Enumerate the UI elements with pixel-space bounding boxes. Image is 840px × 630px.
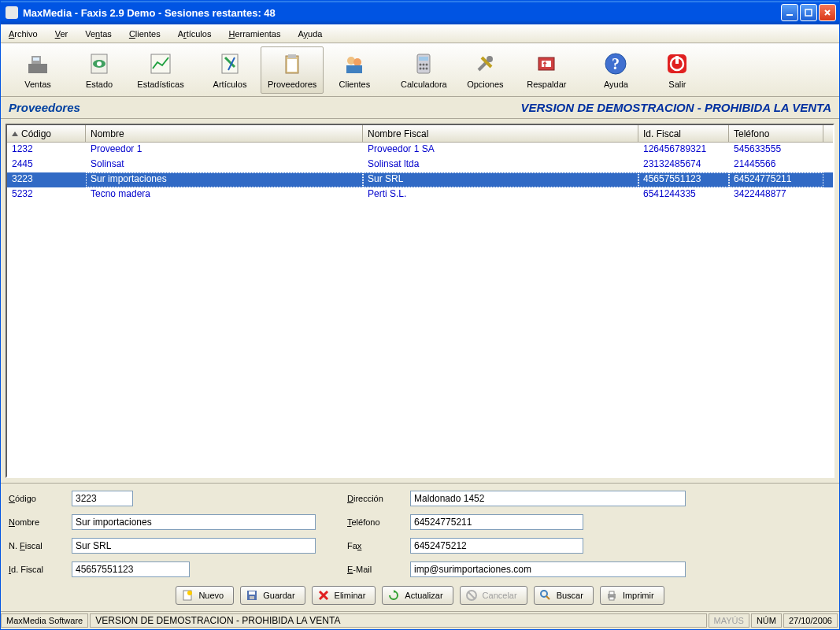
clipboard-icon (279, 51, 305, 76)
chart-icon (148, 51, 173, 76)
grid-body[interactable]: 1232Proveedor 1Proveedor 1 SA12645678932… (7, 143, 833, 476)
tb-calculadora[interactable]: Calculadora (393, 46, 454, 94)
input-codigo[interactable] (72, 491, 133, 506)
svg-rect-41 (609, 597, 614, 600)
svg-point-14 (353, 58, 361, 66)
cell-idfiscal: 6541244335 (638, 187, 729, 202)
svg-rect-15 (346, 65, 362, 73)
tb-ayuda[interactable]: ?Ayuda (585, 46, 646, 94)
backup-icon (534, 51, 559, 76)
svg-rect-40 (609, 591, 614, 595)
menu-ayuda[interactable]: Ayuda (294, 28, 325, 40)
table-row[interactable]: 2445SolinsatSolinsat ltda231324856742144… (7, 158, 833, 172)
window-title: MaxMedia - Faxis 2.9 Demo - Sesiones res… (23, 7, 781, 19)
tb-clientes[interactable]: Clientes (324, 46, 385, 94)
cell-idfiscal: 45657551123 (638, 172, 729, 187)
label-telefono: Teléfono (347, 517, 404, 527)
status-num: NÚM (751, 613, 782, 628)
grid-header: Código Nombre Nombre Fiscal Id. Fiscal T… (7, 125, 833, 143)
svg-point-20 (426, 63, 428, 65)
label-direccion: Dirección (347, 494, 404, 503)
tb-respaldar[interactable]: Respaldar (516, 46, 577, 94)
detail-form: Código Nombre N. Fiscal Id. Fiscal Direc… (1, 483, 839, 581)
btn-actualizar[interactable]: Actualizar (382, 586, 453, 605)
minimize-button[interactable] (781, 4, 798, 21)
input-telefono[interactable] (410, 514, 583, 530)
btn-guardar[interactable]: Guardar (240, 586, 305, 605)
cell-nombre: Solinsat (86, 158, 363, 172)
svg-rect-4 (33, 57, 39, 61)
close-button[interactable] (819, 4, 836, 21)
action-buttons: Nuevo Guardar Eliminar Actualizar Cancel… (1, 581, 839, 612)
svg-point-23 (426, 67, 428, 69)
status-demo: VERSION DE DEMOSTRACION - PROHIBIDA LA V… (90, 613, 706, 628)
section-title: Proveedores (9, 101, 80, 114)
data-grid: Código Nombre Nombre Fiscal Id. Fiscal T… (6, 124, 834, 478)
app-icon (6, 6, 18, 19)
cell-nombre: Tecno madera (86, 187, 363, 202)
col-idfiscal[interactable]: Id. Fiscal (638, 125, 729, 142)
btn-nuevo[interactable]: Nuevo (176, 586, 234, 605)
tools-icon (472, 51, 498, 76)
label-idfiscal: Id. Fiscal (9, 565, 65, 574)
tb-ventas[interactable]: Ventas (7, 46, 68, 94)
table-row[interactable]: 5232Tecno maderaPerti S.L.65412443353422… (7, 187, 833, 202)
help-icon: ? (603, 51, 628, 76)
cell-codigo: 3223 (7, 172, 86, 187)
col-telefono[interactable]: Teléfono (729, 125, 823, 142)
btn-cancelar[interactable]: Cancelar (460, 586, 527, 605)
input-email[interactable] (410, 561, 686, 577)
tb-articulos[interactable]: Artículos (199, 46, 261, 94)
cell-nombrefiscal: Perti S.L. (363, 187, 638, 202)
svg-text:?: ? (612, 55, 620, 72)
toolbar: Ventas Estado Estadísticas Artículos Pro… (1, 43, 839, 97)
section-header: Proveedores VERSION DE DEMOSTRACION - PR… (1, 97, 839, 119)
cell-nombrefiscal: Sur SRL (363, 172, 638, 187)
calculator-icon (411, 51, 436, 76)
svg-rect-2 (28, 64, 47, 73)
cell-nombrefiscal: Proveedor 1 SA (363, 143, 638, 158)
table-row[interactable]: 1232Proveedor 1Proveedor 1 SA12645678932… (7, 143, 833, 158)
input-nombre[interactable] (72, 514, 316, 530)
input-idfiscal[interactable] (72, 561, 190, 577)
status-date: 27/10/2006 (783, 613, 838, 628)
svg-rect-0 (786, 14, 793, 16)
svg-rect-36 (250, 596, 254, 599)
cancel-icon (465, 589, 478, 602)
col-nombrefiscal[interactable]: Nombre Fiscal (363, 125, 638, 142)
tb-opciones[interactable]: Opciones (454, 46, 516, 94)
label-fax: Fax (347, 541, 404, 550)
svg-point-22 (423, 67, 425, 69)
cell-telefono: 545633555 (729, 143, 823, 158)
btn-eliminar[interactable]: Eliminar (312, 586, 376, 605)
tb-estado[interactable]: Estado (68, 46, 130, 94)
menu-ver[interactable]: Ver (52, 28, 72, 40)
input-fax[interactable] (410, 538, 583, 554)
cell-codigo: 1232 (7, 143, 86, 158)
table-row[interactable]: 3223Sur importacionesSur SRL456575511236… (7, 172, 833, 187)
print-icon (605, 589, 618, 602)
cell-nombrefiscal: Solinsat ltda (363, 158, 638, 172)
input-nfiscal[interactable] (72, 538, 316, 554)
tb-proveedores[interactable]: Proveedores (261, 46, 324, 94)
status-mayus: MAYÚS (709, 613, 749, 628)
power-icon (664, 51, 690, 76)
menu-articulos[interactable]: Artículos (175, 28, 215, 40)
search-icon (539, 589, 552, 602)
col-nombre[interactable]: Nombre (86, 125, 363, 142)
svg-point-33 (187, 591, 192, 595)
menu-ventas[interactable]: Ventas (82, 28, 115, 40)
tb-salir[interactable]: Salir (646, 46, 708, 94)
btn-buscar[interactable]: Buscar (534, 586, 594, 605)
tb-estadisticas[interactable]: Estadísticas (130, 46, 191, 94)
btn-imprimir[interactable]: Imprimir (600, 586, 664, 605)
input-direccion[interactable] (410, 491, 686, 506)
cell-telefono: 64524775211 (729, 172, 823, 187)
maximize-button[interactable] (800, 4, 817, 21)
col-codigo[interactable]: Código (7, 125, 86, 142)
menu-herramientas[interactable]: Herramientas (225, 28, 283, 40)
cash-register-icon (25, 51, 50, 76)
menu-clientes[interactable]: Clientes (126, 28, 164, 40)
menu-archivo[interactable]: Archivo (6, 28, 41, 40)
save-icon (246, 589, 258, 602)
